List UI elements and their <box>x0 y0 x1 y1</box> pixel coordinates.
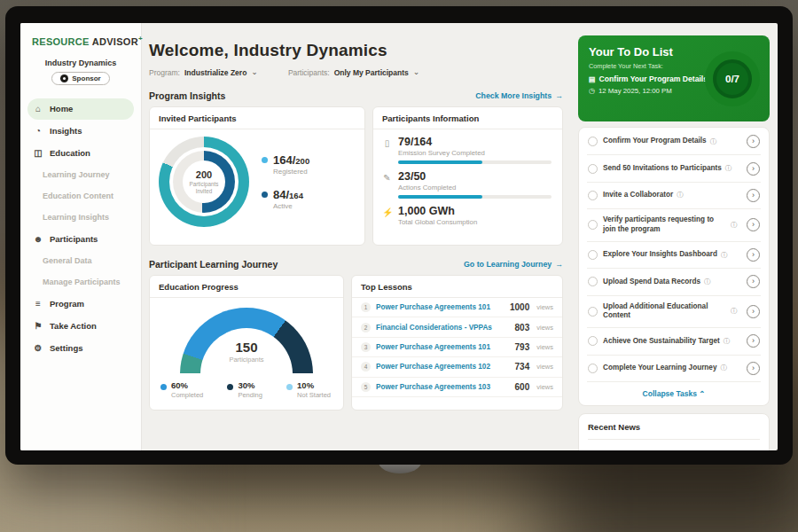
lesson-rank: 5 <box>361 382 371 392</box>
info-icon[interactable]: ⓘ <box>704 278 711 286</box>
progress-bar-fill <box>398 160 482 164</box>
task-item[interactable]: Upload Spend Data Records ⓘ › <box>587 269 761 295</box>
sidebar-item[interactable]: General Data <box>27 251 134 271</box>
info-icon[interactable]: ⓘ <box>725 164 732 173</box>
info-icon[interactable]: ⓘ <box>731 221 738 230</box>
info-icon[interactable]: ⓘ <box>721 251 728 260</box>
sidebar-item[interactable]: Manage Participants <box>27 272 134 293</box>
task-checkbox[interactable] <box>588 364 598 373</box>
lesson-row: 5 Power Purchase Agreements 103 600 view… <box>352 378 562 397</box>
task-label: Invite a Collaborator <box>603 191 673 200</box>
task-item[interactable]: Confirm Your Program Details ⓘ › <box>587 129 761 155</box>
home-icon: ⌂ <box>33 105 43 113</box>
sidebar-item[interactable]: ⚙ Settings <box>27 338 134 359</box>
legend-item: 164/200 Registered <box>262 153 309 176</box>
task-label: Confirm Your Program Details <box>603 137 707 146</box>
stat-label: Actions Completed <box>398 184 552 192</box>
info-icon[interactable]: ⓘ <box>710 137 717 146</box>
program-filter[interactable]: Program: Industrialize Zero ⌄ <box>149 68 258 77</box>
task-chevron-button[interactable]: › <box>747 275 760 288</box>
info-icon[interactable]: ⓘ <box>724 337 731 346</box>
donut-center-label: Participants Invited <box>186 181 222 195</box>
sidebar-item[interactable]: Learning Journey <box>27 165 134 185</box>
task-checkbox[interactable] <box>588 191 598 200</box>
task-chevron-button[interactable]: › <box>747 248 760 262</box>
sidebar-item-label: Learning Journey <box>43 170 110 179</box>
filter-bar: Program: Industrialize Zero ⌄ Participan… <box>149 68 563 77</box>
legend-dot <box>262 192 268 198</box>
stat-row: ▯ 79/164 Emission Survey Completed <box>382 136 552 164</box>
sponsor-badge[interactable]: Sponsor <box>51 72 109 85</box>
sidebar-item[interactable]: Learning Insights <box>27 207 134 228</box>
sidebar-item[interactable]: Education Content <box>27 186 134 207</box>
education-progress-gauge-chart: 150 Participants <box>180 308 313 373</box>
go-to-learning-journey-link[interactable]: Go to Learning Journey → <box>464 260 563 269</box>
task-item[interactable]: Send 50 Invitations to Participants ⓘ › <box>587 155 761 182</box>
task-chevron-button[interactable]: › <box>747 135 760 148</box>
task-item[interactable]: Complete Your Learning Journey ⓘ › <box>587 356 761 382</box>
task-chevron-button[interactable]: › <box>747 362 760 375</box>
participants-icon: ☻ <box>33 235 43 244</box>
lesson-link[interactable]: Power Purchase Agreements 102 <box>376 363 510 371</box>
logo-advisor: ADVISOR <box>92 36 138 47</box>
task-checkbox[interactable] <box>588 277 598 286</box>
sidebar-item[interactable]: ≡ Program <box>27 293 134 315</box>
task-item[interactable]: Invite a Collaborator ⓘ › <box>587 183 761 209</box>
info-icon[interactable]: ⓘ <box>720 364 727 372</box>
lesson-link[interactable]: Power Purchase Agreements 101 <box>376 303 505 311</box>
task-item[interactable]: Achieve One Sustainability Target ⓘ › <box>587 328 761 355</box>
sidebar-item-label: Home <box>50 104 73 113</box>
lesson-views-suffix: views <box>536 324 553 332</box>
participants-filter-value: Only My Participants <box>334 68 409 77</box>
legend-label: Completed <box>171 391 203 399</box>
task-label: Verify participants requesting to join t… <box>603 215 727 234</box>
task-checkbox[interactable] <box>588 336 598 346</box>
legend-dot <box>227 384 233 390</box>
task-label: Explore Your Insights Dashboard <box>603 250 717 260</box>
task-checkbox[interactable] <box>588 307 598 317</box>
chevron-down-icon[interactable]: ⌄ <box>413 67 420 76</box>
sponsor-label: Sponsor <box>72 74 100 82</box>
lesson-link[interactable]: Power Purchase Agreements 103 <box>376 383 510 391</box>
task-chevron-button[interactable]: › <box>747 218 760 231</box>
task-checkbox[interactable] <box>588 137 598 146</box>
task-chevron-button[interactable]: › <box>747 334 760 348</box>
lesson-link[interactable]: Financial Considerations - VPPAs <box>376 324 510 332</box>
lesson-row: 4 Power Purchase Agreements 102 734 view… <box>352 357 562 377</box>
task-item[interactable]: Verify participants requesting to join t… <box>587 209 761 242</box>
chevron-right-icon: › <box>752 137 755 145</box>
collapse-tasks-link[interactable]: Collapse Tasks ⌃ <box>587 382 761 404</box>
sidebar-item-label: Learning Insights <box>43 213 109 222</box>
gauge-center-value: 150 <box>235 340 257 355</box>
check-more-insights-link[interactable]: Check More Insights → <box>475 91 563 100</box>
sidebar-item[interactable]: ⌂ Home <box>27 98 134 120</box>
actions-icon: ✎ <box>382 173 392 199</box>
info-icon[interactable]: ⓘ <box>731 307 738 316</box>
task-chevron-button[interactable]: › <box>747 189 760 202</box>
task-chevron-button[interactable]: › <box>747 305 760 318</box>
chevron-right-icon: › <box>752 277 755 286</box>
tasks-list: Confirm Your Program Details ⓘ › Send 50… <box>578 127 770 406</box>
legend-label: Pending <box>238 391 262 399</box>
lesson-views: 1000 <box>510 302 529 312</box>
sidebar-item[interactable]: ◔ Insights <box>27 121 134 142</box>
settings-icon: ⚙ <box>33 344 43 353</box>
sidebar-item[interactable]: ⚑ Take Action <box>27 316 134 337</box>
sidebar-item[interactable]: ◫ Education <box>27 143 134 164</box>
chevron-down-icon[interactable]: ⌄ <box>251 67 258 76</box>
program-filter-label: Program: <box>149 68 180 77</box>
task-item[interactable]: Explore Your Insights Dashboard ⓘ › <box>587 242 761 269</box>
info-icon[interactable]: ⓘ <box>677 191 684 200</box>
task-label: Upload Spend Data Records <box>603 278 700 287</box>
lesson-link[interactable]: Power Purchase Agreements 101 <box>376 343 510 351</box>
participants-filter[interactable]: Participants: Only My Participants ⌄ <box>288 68 419 77</box>
task-checkbox[interactable] <box>588 164 598 174</box>
task-chevron-button[interactable]: › <box>747 162 760 176</box>
task-item[interactable]: Upload Additional Educational Content ⓘ … <box>587 296 761 329</box>
task-checkbox[interactable] <box>588 250 598 260</box>
sidebar-item[interactable]: ☻ Participants <box>27 229 134 250</box>
task-checkbox[interactable] <box>588 220 598 230</box>
legend-dot <box>160 384 167 390</box>
gauge-center-label: Participants <box>229 356 263 364</box>
legend-item: 10% Not Started <box>286 380 331 399</box>
